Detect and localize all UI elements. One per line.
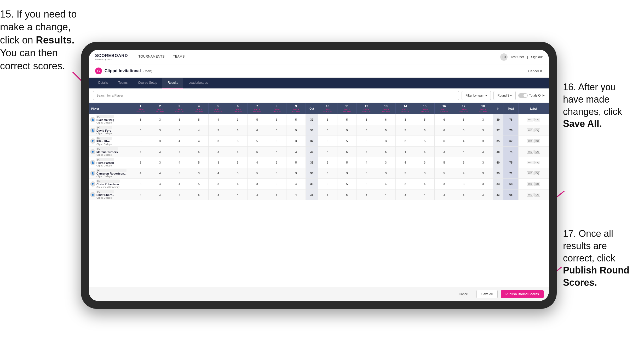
score-back-4-18[interactable]: 3 (473, 157, 493, 168)
score-front-5-9[interactable]: 3 (286, 168, 306, 179)
dq-btn-3[interactable]: DQ (534, 150, 540, 154)
score-back-3-15[interactable]: 5 (415, 147, 434, 157)
scores-container[interactable]: Player 1PAR 4370 YDS 2PAR 5511 YDS 3PAR … (89, 103, 549, 287)
score-front-4-1[interactable]: 3 (131, 157, 150, 168)
score-back-5-17[interactable]: 4 (454, 168, 473, 179)
score-back-6-12[interactable]: 3 (357, 179, 376, 189)
score-front-1-5[interactable]: 3 (209, 125, 228, 136)
score-front-2-4[interactable]: 4 (189, 136, 209, 147)
score-front-2-1[interactable]: 5 (131, 136, 150, 147)
score-front-2-7[interactable]: 5 (248, 136, 267, 147)
score-front-3-6[interactable]: 5 (228, 147, 247, 157)
score-front-4-3[interactable]: 4 (170, 157, 189, 168)
score-front-4-2[interactable]: 3 (150, 157, 170, 168)
publish-round-scores-btn[interactable]: Publish Round Scores (501, 290, 544, 298)
score-back-4-16[interactable]: 5 (434, 157, 454, 168)
score-front-5-7[interactable]: 5 (248, 168, 267, 179)
score-front-0-9[interactable]: 5 (286, 114, 306, 125)
score-front-6-5[interactable]: 3 (209, 179, 228, 189)
score-back-7-18[interactable]: 3 (473, 189, 493, 200)
score-back-2-10[interactable]: 3 (318, 136, 337, 147)
score-front-7-7[interactable]: 3 (248, 189, 267, 200)
wd-btn-4[interactable]: WD (527, 161, 533, 164)
score-back-7-15[interactable]: 4 (415, 189, 434, 200)
score-back-7-16[interactable]: 3 (434, 189, 454, 200)
score-front-3-4[interactable]: 5 (189, 147, 209, 157)
score-front-1-4[interactable]: 4 (189, 125, 209, 136)
score-front-0-8[interactable]: 6 (267, 114, 286, 125)
score-back-4-12[interactable]: 4 (357, 157, 376, 168)
score-back-6-17[interactable]: 3 (454, 179, 473, 189)
score-front-7-4[interactable]: 5 (189, 189, 209, 200)
score-back-1-18[interactable]: 3 (473, 125, 493, 136)
score-front-5-3[interactable]: 5 (170, 168, 189, 179)
score-front-1-8[interactable]: 3 (267, 125, 286, 136)
score-back-4-10[interactable]: 5 (318, 157, 337, 168)
score-back-0-17[interactable]: 5 (454, 114, 473, 125)
score-back-6-11[interactable]: 5 (337, 179, 356, 189)
nav-tournaments[interactable]: TOURNAMENTS (139, 54, 165, 59)
wd-btn-1[interactable]: WD (527, 128, 533, 132)
score-back-7-10[interactable]: 3 (318, 189, 337, 200)
tab-details[interactable]: Details (93, 78, 113, 88)
score-back-5-12[interactable]: 5 (357, 168, 376, 179)
score-back-0-16[interactable]: 6 (434, 114, 454, 125)
score-back-7-17[interactable]: 3 (454, 189, 473, 200)
score-front-1-1[interactable]: 6 (131, 125, 150, 136)
tab-leaderboards[interactable]: Leaderboards (183, 78, 213, 88)
score-back-6-14[interactable]: 3 (395, 179, 415, 189)
score-back-3-10[interactable]: 4 (318, 147, 337, 157)
score-front-4-4[interactable]: 5 (189, 157, 209, 168)
score-back-5-18[interactable]: 3 (473, 168, 493, 179)
score-back-0-11[interactable]: 5 (337, 114, 356, 125)
score-back-0-13[interactable]: 6 (376, 114, 395, 125)
score-back-0-14[interactable]: 3 (395, 114, 415, 125)
score-front-6-8[interactable]: 5 (267, 179, 286, 189)
score-back-3-14[interactable]: 4 (395, 147, 415, 157)
wd-btn-5[interactable]: WD (527, 171, 533, 175)
score-back-0-12[interactable]: 3 (357, 114, 376, 125)
score-back-3-17[interactable]: 4 (454, 147, 473, 157)
signout-link[interactable]: Sign out (531, 55, 543, 59)
score-back-4-11[interactable]: 5 (337, 157, 356, 168)
score-front-5-4[interactable]: 3 (189, 168, 209, 179)
score-front-3-8[interactable]: 4 (267, 147, 286, 157)
score-front-6-6[interactable]: 4 (228, 179, 247, 189)
score-back-3-11[interactable]: 5 (337, 147, 356, 157)
score-front-0-4[interactable]: 5 (189, 114, 209, 125)
score-back-1-10[interactable]: 3 (318, 125, 337, 136)
score-back-2-18[interactable]: 3 (473, 136, 493, 147)
score-front-5-8[interactable]: 5 (267, 168, 286, 179)
totals-toggle-switch[interactable] (518, 93, 528, 98)
score-front-2-6[interactable]: 3 (228, 136, 247, 147)
score-back-6-13[interactable]: 4 (376, 179, 395, 189)
score-back-3-18[interactable]: 3 (473, 147, 493, 157)
score-back-6-18[interactable]: 3 (473, 179, 493, 189)
dq-btn-6[interactable]: DQ (534, 182, 540, 186)
score-front-7-5[interactable]: 3 (209, 189, 228, 200)
score-back-6-16[interactable]: 3 (434, 179, 454, 189)
score-front-5-5[interactable]: 4 (209, 168, 228, 179)
score-front-6-4[interactable]: 5 (189, 179, 209, 189)
score-front-0-5[interactable]: 4 (209, 114, 228, 125)
score-front-3-7[interactable]: 5 (248, 147, 267, 157)
score-back-1-11[interactable]: 5 (337, 125, 356, 136)
score-front-7-2[interactable]: 3 (150, 189, 170, 200)
score-front-1-6[interactable]: 5 (228, 125, 247, 136)
score-front-6-9[interactable]: 4 (286, 179, 306, 189)
score-front-2-5[interactable]: 3 (209, 136, 228, 147)
score-back-7-13[interactable]: 4 (376, 189, 395, 200)
score-back-2-12[interactable]: 3 (357, 136, 376, 147)
score-back-1-13[interactable]: 5 (376, 125, 395, 136)
cancel-action-btn[interactable]: Cancel (454, 290, 473, 298)
score-front-0-1[interactable]: 3 (131, 114, 150, 125)
score-front-6-2[interactable]: 4 (150, 179, 170, 189)
wd-btn-7[interactable]: WD (527, 193, 533, 197)
score-front-0-2[interactable]: 3 (150, 114, 170, 125)
score-back-4-13[interactable]: 3 (376, 157, 395, 168)
score-back-2-14[interactable]: 3 (395, 136, 415, 147)
score-front-6-1[interactable]: 3 (131, 179, 150, 189)
score-front-0-3[interactable]: 5 (170, 114, 189, 125)
score-back-2-17[interactable]: 4 (454, 136, 473, 147)
score-back-7-12[interactable]: 3 (357, 189, 376, 200)
